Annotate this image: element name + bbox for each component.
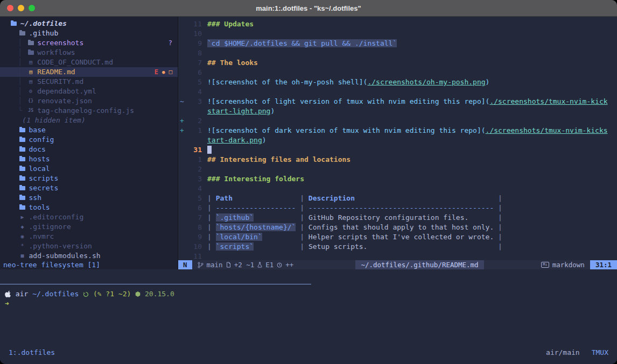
- markdown-icon: M↓: [541, 262, 549, 268]
- line-number: 31: [186, 145, 202, 155]
- hex-file-icon: ◉: [18, 232, 26, 241]
- js-file-icon: JS: [26, 106, 35, 116]
- tree-item[interactable]: │ ⚙dependabot.yml: [0, 87, 178, 96]
- editor-line[interactable]: +1![screenshot of dark version of tmux w…: [178, 126, 617, 135]
- tree-item[interactable]: │ screenshots?: [0, 38, 178, 48]
- tree-item-label: .python-version: [29, 241, 92, 251]
- minimize-button[interactable]: [18, 5, 24, 11]
- tree-item-label: .gitignore: [29, 222, 71, 232]
- tree-item[interactable]: │ ▤README.mdE●□: [0, 67, 178, 77]
- tree-item[interactable]: ▶.editorconfig: [0, 212, 178, 222]
- tmux-window-name[interactable]: 1:.dotfiles: [9, 348, 55, 356]
- apple-icon: [5, 290, 11, 298]
- git-status-badge: ●: [162, 67, 165, 77]
- editor-line[interactable]: ~3![screenshot of light version of tmux …: [178, 97, 617, 106]
- flask-icon: [257, 262, 262, 268]
- editor-line[interactable]: 4: [178, 184, 617, 194]
- editor-line[interactable]: start-light.png): [178, 106, 617, 116]
- tree-item-label: renovate.json: [37, 96, 92, 106]
- md-file-icon: ▤: [26, 58, 35, 67]
- gutter-sign: [178, 87, 186, 97]
- editor-line[interactable]: 11### Updates: [178, 19, 617, 29]
- tree-item[interactable]: ssh: [0, 193, 178, 203]
- folder-icon: [18, 167, 26, 171]
- editor-line[interactable]: 1## Interesting files and locations: [178, 155, 617, 165]
- editor-line[interactable]: 7## The looks: [178, 58, 617, 68]
- editor-line[interactable]: 6: [178, 68, 617, 77]
- line-number: 11: [186, 252, 202, 260]
- tree-item[interactable]: local: [0, 164, 178, 174]
- folder-icon: [18, 31, 26, 35]
- editor-line[interactable]: 9| `local/bin` | Helper scripts that I'v…: [178, 232, 617, 242]
- tree-item[interactable]: tools: [0, 203, 178, 212]
- tree-item-label: tools: [29, 203, 50, 212]
- tree-item[interactable]: │ ▤SECURITY.md: [0, 77, 178, 87]
- tree-item[interactable]: hosts: [0, 154, 178, 164]
- tree-item-label: .github: [29, 28, 58, 38]
- filetype-segment: M↓ markdown: [541, 261, 590, 269]
- line-number: 3: [186, 97, 202, 106]
- tree-item[interactable]: └ JStag-changelog-config.js: [0, 106, 178, 116]
- tree-item[interactable]: secrets: [0, 183, 178, 193]
- gutter-sign: [178, 39, 186, 48]
- tmux-session-name: air/main: [546, 348, 580, 356]
- tree-item[interactable]: ■add-submodules.sh: [0, 251, 178, 260]
- git-diff: +2 ~1: [234, 261, 255, 269]
- tree-item[interactable]: scripts: [0, 174, 178, 183]
- editor-line[interactable]: 7| `.github` | GitHub Repository configu…: [178, 213, 617, 223]
- line-number: 2: [186, 116, 202, 126]
- tree-item[interactable]: .github: [0, 28, 178, 38]
- editor-line[interactable]: tart-dark.png): [178, 135, 617, 145]
- sync-icon: [83, 291, 89, 297]
- gutter-sign: [178, 77, 186, 87]
- lsp-indicator: ++: [285, 261, 293, 269]
- tree-item[interactable]: docs: [0, 145, 178, 154]
- tree-item[interactable]: │ ▤CODE_OF_CONDUCT.md: [0, 58, 178, 67]
- tree-item[interactable]: ◉.nvmrc: [0, 232, 178, 241]
- editor-lines[interactable]: 11### Updates 10 9`cd $HOME/.dotfiles &&…: [178, 17, 617, 260]
- folder-icon: [26, 51, 35, 55]
- zoom-button[interactable]: [29, 5, 35, 11]
- folder-icon: [18, 186, 26, 190]
- tree-item-label: add-submodules.sh: [29, 251, 100, 260]
- editor-line[interactable]: 10| `scripts` | Setup scripts. |: [178, 242, 617, 252]
- neotree-statusline: neo-tree filesystem [1]: [0, 260, 178, 269]
- editor-line[interactable]: 4: [178, 87, 617, 97]
- editor-line[interactable]: 8: [178, 48, 617, 58]
- gutter-sign: [178, 19, 186, 29]
- tmux-statusbar: 1:.dotfiles air/main TMUX: [0, 348, 617, 364]
- line-number: 9: [186, 39, 202, 48]
- titlebar: main:1:.dotfiles - "ks~/.dotfiles": [0, 0, 617, 17]
- editor-line[interactable]: 2: [178, 165, 617, 174]
- editor-line[interactable]: 5| Path | Description |: [178, 194, 617, 203]
- editor-line[interactable]: +2: [178, 116, 617, 126]
- nvim-statusline: N main +2 ~1 E1 ++ ~/.dotfiles/.github/R…: [178, 260, 617, 269]
- tree-item[interactable]: base: [0, 125, 178, 135]
- editor-line[interactable]: 31: [178, 145, 617, 155]
- shell-input-line[interactable]: ➜: [0, 299, 617, 309]
- editor-line[interactable]: 3### Interesting folders: [178, 174, 617, 184]
- gutter-sign: [178, 232, 186, 242]
- git-branch-icon: [198, 262, 204, 268]
- tree-item[interactable]: ◆.gitignore: [0, 222, 178, 232]
- gear-file-icon: ⚙: [26, 87, 35, 96]
- tree-item-label: workflows: [37, 48, 75, 58]
- editor-line[interactable]: 8| `hosts/{hostname}/` | Configs that sh…: [178, 223, 617, 232]
- close-button[interactable]: [7, 5, 13, 11]
- tree-item[interactable]: ~/.dotfiles: [0, 19, 178, 28]
- tree-item-label: SECURITY.md: [37, 77, 83, 87]
- editor-line[interactable]: 6| ------------------- | ---------------…: [178, 203, 617, 213]
- tree-item[interactable]: │ {}renovate.json: [0, 96, 178, 106]
- diagnostics-count: E1: [265, 261, 274, 269]
- shell-pane[interactable]: air ~/.dotfiles (✎ ?1 ~2) 20.15.0 ➜ 1:.d…: [0, 269, 617, 364]
- editor-line[interactable]: 5![screenshot of the oh-my-posh shell](.…: [178, 77, 617, 87]
- square-file-icon: ■: [18, 251, 26, 260]
- tree-item[interactable]: (1 hidden item): [0, 116, 178, 125]
- editor-line[interactable]: 10: [178, 29, 617, 39]
- editor[interactable]: 11### Updates 10 9`cd $HOME/.dotfiles &&…: [178, 17, 617, 269]
- editor-line[interactable]: 9`cd $HOME/.dotfiles && git pull && ./in…: [178, 39, 617, 48]
- editor-line[interactable]: 11: [178, 252, 617, 260]
- tree-item[interactable]: │ workflows: [0, 48, 178, 58]
- tree-item[interactable]: config: [0, 135, 178, 145]
- tree-item[interactable]: *.python-version: [0, 241, 178, 251]
